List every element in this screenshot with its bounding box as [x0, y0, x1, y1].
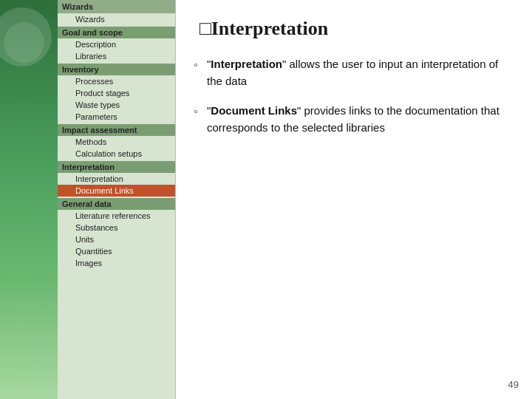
main-content: □Interpretation "Interpretation" allows … — [176, 0, 532, 399]
sidebar-section-general: General data — [58, 198, 175, 210]
sidebar-section-inventory: Inventory — [58, 64, 175, 75]
sidebar-item-parameters[interactable]: Parameters — [58, 111, 175, 123]
sidebar-navigation: Wizards Wizards Goal and scope Descripti… — [58, 0, 176, 399]
sidebar-item-calculation-setups[interactable]: Calculation setups — [58, 148, 175, 160]
sidebar-item-description[interactable]: Description — [58, 38, 175, 50]
sidebar-item-document-links[interactable]: Document Links — [58, 185, 175, 197]
checkbox-icon: □ — [200, 18, 211, 39]
sidebar-header-wizards: Wizards — [58, 0, 175, 13]
sidebar-section-goal: Goal and scope — [58, 27, 175, 38]
sidebar-item-interpretation[interactable]: Interpretation — [58, 173, 175, 185]
slide-title: □Interpretation — [200, 18, 508, 40]
bullet-item-document-links: "Document Links" provides links to the d… — [200, 103, 508, 136]
sidebar-item-libraries[interactable]: Libraries — [58, 50, 175, 62]
left-decorative-panel — [0, 0, 58, 399]
sidebar-item-methods[interactable]: Methods — [58, 136, 175, 148]
sidebar-item-images[interactable]: Images — [58, 257, 175, 269]
bullet-bold-document-links: Document Links — [211, 104, 297, 117]
sidebar-section-interpretation: Interpretation — [58, 161, 175, 173]
sidebar-item-quantities[interactable]: Quantities — [58, 245, 175, 257]
sidebar-item-waste-types[interactable]: Waste types — [58, 99, 175, 111]
sidebar-item-wizards[interactable]: Wizards — [58, 13, 175, 25]
page-number: 49 — [508, 379, 519, 390]
sidebar-item-units[interactable]: Units — [58, 233, 175, 245]
sidebar-item-processes[interactable]: Processes — [58, 75, 175, 87]
bullet-item-interpretation: "Interpretation" allows the user to inpu… — [200, 56, 508, 89]
decor-circle-2 — [4, 22, 44, 63]
sidebar-item-literature-references[interactable]: Literature references — [58, 210, 175, 222]
sidebar-item-product-stages[interactable]: Product stages — [58, 87, 175, 99]
sidebar-section-impact: Impact assessment — [58, 124, 175, 136]
bullet-list: "Interpretation" allows the user to inpu… — [200, 56, 508, 136]
bullet-bold-interpretation: Interpretation — [211, 58, 282, 70]
sidebar-item-substances[interactable]: Substances — [58, 222, 175, 233]
